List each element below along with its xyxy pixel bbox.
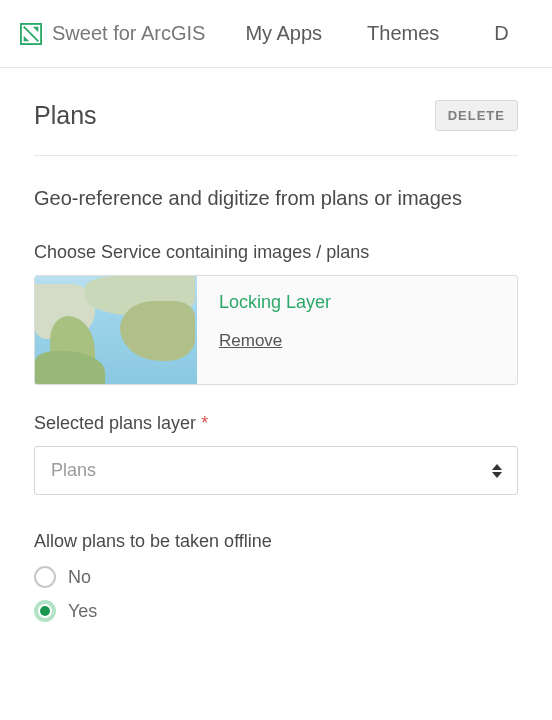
offline-radio-group: No Yes <box>34 566 518 622</box>
remove-service-link[interactable]: Remove <box>219 331 282 351</box>
radio-option-no[interactable]: No <box>34 566 518 588</box>
page-subtitle: Geo-reference and digitize from plans or… <box>34 184 518 212</box>
service-field-label: Choose Service containing images / plans <box>34 242 518 263</box>
service-info: Locking Layer Remove <box>197 276 517 384</box>
service-card: Locking Layer Remove <box>34 275 518 385</box>
offline-field-label: Allow plans to be taken offline <box>34 531 518 552</box>
main-nav: My Apps Themes <box>245 22 439 45</box>
layer-field-label: Selected plans layer * <box>34 413 518 434</box>
page-header: Plans DELETE <box>34 100 518 156</box>
layer-select-wrapper: Plans <box>34 446 518 495</box>
radio-no-label: No <box>68 567 91 588</box>
nav-my-apps[interactable]: My Apps <box>245 22 322 45</box>
nav-themes[interactable]: Themes <box>367 22 439 45</box>
main-content: Plans DELETE Geo-reference and digitize … <box>0 68 552 666</box>
brand-text: Sweet for ArcGIS <box>52 22 205 45</box>
radio-yes-indicator <box>34 600 56 622</box>
layer-label-text: Selected plans layer <box>34 413 196 433</box>
sweet-logo-icon <box>20 23 42 45</box>
radio-no-indicator <box>34 566 56 588</box>
page-title: Plans <box>34 101 97 130</box>
brand-logo[interactable]: Sweet for ArcGIS <box>20 22 205 45</box>
service-name: Locking Layer <box>219 292 495 313</box>
service-thumbnail <box>35 276 197 384</box>
nav-cutoff[interactable]: D <box>494 22 508 45</box>
required-indicator: * <box>201 413 208 433</box>
radio-yes-label: Yes <box>68 601 97 622</box>
top-header: Sweet for ArcGIS My Apps Themes D <box>0 0 552 68</box>
radio-option-yes[interactable]: Yes <box>34 600 518 622</box>
layer-select[interactable]: Plans <box>34 446 518 495</box>
delete-button[interactable]: DELETE <box>435 100 518 131</box>
